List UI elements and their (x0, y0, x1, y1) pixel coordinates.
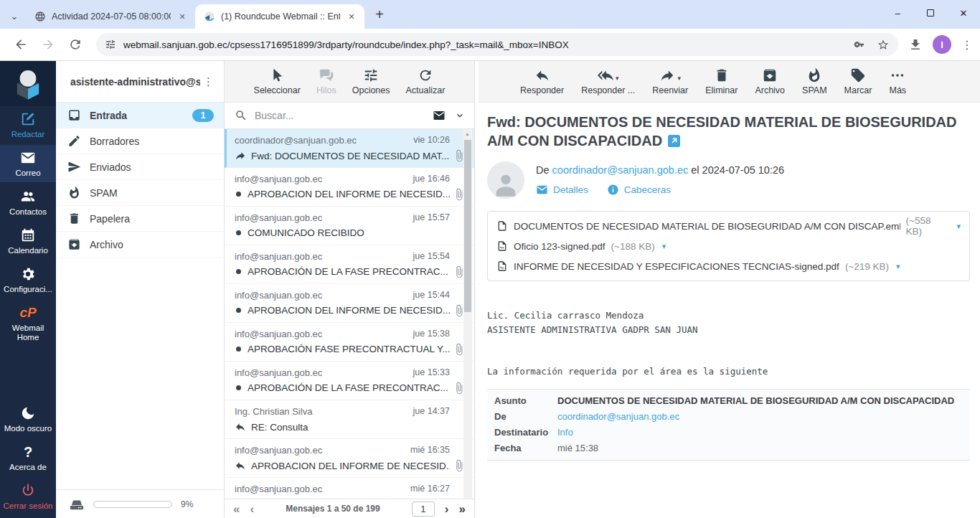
restore-button[interactable] (914, 8, 947, 19)
page-number-box[interactable]: 1 (412, 501, 435, 517)
toolbar-button-opciones[interactable]: Opciones (352, 67, 390, 95)
message-row[interactable]: info@sanjuan.gob.ec mié 16:27 (225, 478, 474, 499)
password-key-icon[interactable] (852, 37, 867, 52)
toolbar-button-responder[interactable]: Responder (520, 67, 564, 95)
taskbar-item-modo-oscuro[interactable]: Modo oscuro (0, 400, 56, 438)
back-icon[interactable] (10, 34, 32, 55)
last-page-icon[interactable]: » (459, 503, 466, 515)
browser-tab-roundcube[interactable]: (1) Roundcube Webmail :: Entra ✕ (195, 4, 364, 29)
meta-label: Fecha (494, 443, 557, 453)
message-row[interactable]: info@sanjuan.gob.ec jue 15:54 APROBACIÓN… (225, 245, 474, 284)
taskbar-item-acerca-de[interactable]: ? Acerca de (0, 439, 56, 476)
message-row[interactable]: Ing. Christian Silva jue 14:37 RE: Consu… (225, 400, 474, 439)
toolbar-button-eliminar[interactable]: Eliminar (705, 67, 738, 95)
app-taskbar: Redactar Correo Contactos Calendario Con… (0, 61, 56, 518)
attachment-item[interactable]: INFORME DE NECESIDAD Y ESPECIFICACIONES … (496, 256, 961, 276)
browser-tab-activity[interactable]: Actividad 2024-07-05 08:00:00 ✕ (26, 4, 195, 29)
forward-nav-icon[interactable] (37, 34, 59, 55)
message-date: jue 15:57 (413, 212, 450, 223)
message-row[interactable]: info@sanjuan.gob.ec jue 15:33 APROBACIÓN… (225, 362, 474, 400)
taskbar-item-webmail-home[interactable]: cP Webmail Home (0, 300, 56, 347)
message-sender: info@sanjuan.gob.ec (235, 212, 322, 223)
first-page-icon[interactable]: « (233, 503, 240, 515)
toolbar-button-responder-todos[interactable]: ▾ Responder ... (581, 67, 635, 95)
download-icon[interactable] (908, 37, 923, 52)
list-scrollbar[interactable]: ▲ (463, 129, 472, 499)
folder-item-spam[interactable]: SPAM (56, 180, 224, 206)
roundcube-logo (0, 61, 56, 106)
folder-item-enviados[interactable]: Enviados (56, 154, 224, 180)
options-icon (363, 67, 379, 83)
open-in-new-icon[interactable] (668, 133, 680, 145)
folder-options-icon[interactable]: ⋮ (200, 75, 217, 88)
message-row[interactable]: info@sanjuan.gob.ec mié 16:35 APROBACION… (225, 439, 474, 478)
toolbar-button-spam[interactable]: SPAM (802, 67, 827, 95)
folder-item-entrada[interactable]: Entrada 1 (56, 103, 224, 128)
message-row[interactable]: info@sanjuan.gob.ec jue 15:38 APROBACIÓN… (225, 323, 474, 362)
folder-item-archivo[interactable]: Archivo (56, 232, 224, 258)
taskbar-item-redactar[interactable]: Redactar (0, 106, 56, 143)
meta-value[interactable]: Info (557, 427, 573, 438)
taskbar-item-contactos[interactable]: Contactos (0, 184, 56, 221)
unread-dot (236, 385, 241, 390)
folder-item-borradores[interactable]: Borradores (56, 128, 224, 154)
next-page-icon[interactable]: › (445, 503, 449, 515)
message-subject: Fwd: DOCUMENTOS DE NECESIDAD MAT... (251, 151, 450, 161)
message-row[interactable]: info@sanjuan.gob.ec jue 15:57 COMUNICADO… (225, 207, 474, 245)
reload-icon[interactable] (65, 34, 86, 55)
attachment-item[interactable]: DOCUMENTOS DE NECESIDAD MATERIAL DE BIOS… (496, 216, 961, 236)
address-bar[interactable]: webmail.sanjuan.gob.ec/cpsess1716951899/… (96, 33, 898, 56)
bookmark-star-icon[interactable] (877, 38, 890, 51)
prev-page-icon[interactable]: ‹ (250, 503, 254, 515)
toolbar-button-actualizar[interactable]: Actualizar (406, 67, 446, 95)
headers-link[interactable]: Cabeceras (607, 184, 671, 196)
toolbar-button-reenviar[interactable]: ▾ Reenviar (652, 67, 688, 95)
folder-item-papelera[interactable]: Papelera (56, 206, 224, 232)
sender-avatar (487, 161, 524, 199)
search-scope-envelope-icon[interactable] (431, 109, 447, 122)
message-row[interactable]: info@sanjuan.gob.ec jue 16:46 APROBACION… (225, 168, 474, 207)
message-subject: RE: Consulta (251, 422, 450, 433)
url-text: webmail.sanjuan.gob.ec/cpsess1716951899/… (123, 39, 852, 50)
minimize-button[interactable]: – (881, 8, 914, 19)
scrollbar-thumb[interactable] (464, 140, 471, 312)
meta-value[interactable]: coordinador@sanjuan.gob.ec (557, 411, 679, 422)
attachment-item[interactable]: Oficio 123-signed.pdf (~188 KB) ▾ (496, 236, 961, 256)
toolbar-button-marcar[interactable]: Marcar (844, 67, 872, 95)
taskbar-item-correo[interactable]: Correo (0, 145, 56, 182)
meta-row: Destinatario Info (487, 425, 970, 441)
message-date: vie 10:26 (413, 135, 450, 146)
toolbar-button-seleccionar[interactable]: Seleccionar (254, 67, 301, 95)
site-settings-icon[interactable] (105, 39, 116, 50)
attachment-menu-caret-icon[interactable]: ▾ (956, 222, 961, 231)
browser-menu-icon[interactable]: ⋮ (961, 38, 973, 52)
pdf-icon (496, 260, 508, 272)
taskbar-item-cerrar-sesion[interactable]: Cerrar sesión (0, 478, 56, 515)
tab-close-icon[interactable]: ✕ (176, 11, 188, 22)
profile-avatar[interactable]: I (933, 35, 951, 54)
refresh-icon (418, 67, 433, 83)
message-subject: APROBACIÓN FASE PRECONTRACTUAL Y... (248, 344, 450, 354)
toolbar-button-hilos[interactable]: Hilos (316, 67, 336, 95)
search-options-chevron-icon[interactable] (454, 110, 466, 121)
attachment-name: Oficio 123-signed.pdf (514, 241, 606, 252)
search-input[interactable] (255, 110, 424, 121)
close-button[interactable]: ✕ (947, 8, 980, 19)
taskbar-item-calendario[interactable]: Calendario (0, 222, 56, 260)
toolbar-button-mas[interactable]: Más (889, 67, 906, 95)
message-row[interactable]: coordinador@sanjuan.gob.ec vie 10:26 Fwd… (225, 129, 474, 168)
tab-search-icon[interactable]: ⌄ (4, 6, 24, 26)
dropdown-caret-icon[interactable]: ▾ (616, 75, 619, 83)
toolbar-button-archivo[interactable]: Archivo (755, 67, 785, 95)
attachment-menu-caret-icon[interactable]: ▾ (896, 262, 900, 271)
toolbar-button-label: Eliminar (705, 85, 738, 95)
message-row[interactable]: info@sanjuan.gob.ec jue 15:44 APROBACION… (225, 284, 474, 323)
taskbar-item-configuracion[interactable]: Configuraci... (0, 261, 56, 298)
dropdown-caret-icon[interactable]: ▾ (677, 75, 681, 83)
tab-close-icon[interactable]: ✕ (346, 11, 357, 22)
sender-email-link[interactable]: coordinador@sanjuan.gob.ec (552, 164, 689, 176)
attachment-menu-caret-icon[interactable]: ▾ (662, 242, 666, 251)
new-tab-button[interactable]: + (370, 6, 389, 23)
details-link[interactable]: Detalles (536, 184, 588, 196)
window-controls: – ✕ (881, 0, 980, 26)
